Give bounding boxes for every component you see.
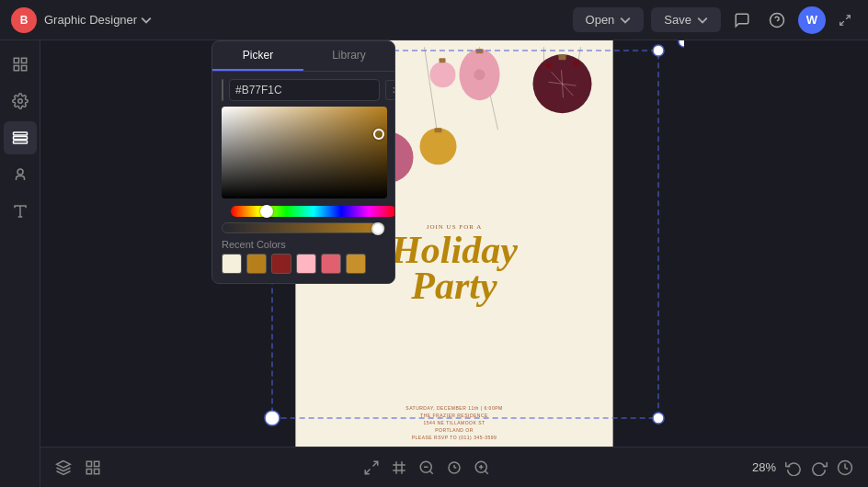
redo-icon[interactable] bbox=[811, 459, 828, 476]
svg-rect-5 bbox=[21, 58, 26, 62]
svg-rect-50 bbox=[476, 49, 484, 53]
sidebar-icon-text[interactable] bbox=[4, 195, 37, 228]
bottom-toolbar: 28% bbox=[40, 447, 868, 487]
recent-color-3[interactable] bbox=[271, 254, 291, 274]
recent-color-6[interactable] bbox=[346, 254, 366, 274]
opacity-thumb[interactable] bbox=[371, 222, 384, 235]
svg-marker-67 bbox=[57, 460, 71, 468]
svg-point-44 bbox=[546, 62, 552, 68]
svg-point-63 bbox=[653, 45, 664, 56]
svg-rect-69 bbox=[95, 461, 99, 466]
canvas-area: JOIN US FOR A Holiday Party SATURDAY, DE… bbox=[40, 40, 868, 447]
sidebar-icon-pages[interactable] bbox=[4, 48, 37, 81]
svg-line-72 bbox=[372, 461, 377, 466]
recent-colors-row bbox=[212, 254, 394, 283]
chevron-down-icon bbox=[620, 15, 631, 26]
svg-rect-43 bbox=[559, 54, 566, 60]
history-icon[interactable] bbox=[837, 459, 853, 476]
reset-zoom-icon[interactable] bbox=[446, 459, 463, 476]
picker-tab[interactable]: Picker bbox=[212, 41, 303, 71]
clear-color-button[interactable]: ✕ bbox=[385, 80, 395, 100]
svg-rect-71 bbox=[86, 469, 91, 473]
hue-slider[interactable] bbox=[231, 206, 395, 217]
grid-bottom-icon[interactable] bbox=[85, 459, 101, 476]
fit-page-icon[interactable] bbox=[363, 459, 380, 476]
recent-color-5[interactable] bbox=[321, 254, 341, 274]
svg-rect-58 bbox=[435, 128, 442, 132]
svg-line-2 bbox=[846, 15, 850, 18]
avatar[interactable]: W bbox=[798, 6, 826, 34]
library-tab[interactable]: Library bbox=[303, 41, 394, 71]
svg-rect-4 bbox=[14, 58, 18, 62]
svg-rect-70 bbox=[95, 469, 99, 473]
card-footer: SATURDAY, DECEMBER 11th | 6:00PM THE FRA… bbox=[296, 404, 613, 441]
svg-point-45 bbox=[574, 61, 579, 66]
hue-thumb[interactable] bbox=[260, 205, 273, 218]
hex-input[interactable] bbox=[229, 79, 380, 101]
zoom-out-icon[interactable] bbox=[418, 459, 435, 476]
color-gradient[interactable] bbox=[222, 107, 387, 198]
svg-line-73 bbox=[365, 469, 370, 473]
svg-line-81 bbox=[485, 470, 487, 473]
sidebar-icon-elements[interactable] bbox=[4, 158, 37, 191]
svg-rect-9 bbox=[13, 132, 27, 135]
hex-color-swatch bbox=[222, 79, 223, 101]
recent-color-2[interactable] bbox=[246, 254, 267, 274]
svg-point-51 bbox=[474, 69, 485, 80]
svg-point-12 bbox=[17, 169, 23, 175]
opacity-slider[interactable] bbox=[222, 222, 385, 233]
app-name-button[interactable]: Graphic Designer bbox=[44, 13, 152, 27]
gradient-cursor[interactable] bbox=[373, 129, 384, 140]
svg-point-8 bbox=[17, 99, 22, 104]
app-logo[interactable]: B bbox=[11, 7, 37, 33]
svg-line-75 bbox=[429, 470, 432, 473]
svg-rect-68 bbox=[86, 461, 91, 466]
undo-icon[interactable] bbox=[785, 459, 802, 476]
svg-line-38 bbox=[425, 47, 439, 139]
svg-rect-61 bbox=[440, 58, 446, 62]
svg-rect-6 bbox=[14, 66, 18, 71]
svg-point-57 bbox=[420, 128, 457, 164]
date-line: SATURDAY, DECEMBER 11th | 6:00PM bbox=[296, 404, 613, 412]
address-line1: THE FRAZIER RESIDENCE bbox=[296, 412, 613, 419]
expand-icon[interactable] bbox=[833, 8, 857, 32]
svg-rect-7 bbox=[21, 66, 26, 71]
sidebar-icon-layers[interactable] bbox=[4, 121, 37, 154]
recent-colors-label: Recent Colors bbox=[212, 237, 394, 254]
recent-color-1[interactable] bbox=[222, 254, 242, 274]
svg-line-3 bbox=[840, 21, 844, 25]
chevron-down-icon bbox=[141, 15, 152, 26]
topbar: B Graphic Designer Open Save W bbox=[0, 0, 868, 40]
save-button[interactable]: Save bbox=[651, 7, 721, 32]
rsvp-line: PLEASE RSVP TO (011) 345-3599 bbox=[296, 434, 613, 441]
chevron-down-icon bbox=[697, 15, 708, 26]
svg-point-60 bbox=[430, 62, 456, 87]
address-line3: PORTLAND OR bbox=[296, 426, 613, 434]
open-button[interactable]: Open bbox=[573, 7, 645, 32]
crop-icon[interactable] bbox=[391, 459, 407, 476]
sidebar-icon-settings[interactable] bbox=[4, 85, 37, 118]
svg-point-65 bbox=[265, 411, 280, 425]
recent-color-4[interactable] bbox=[296, 254, 316, 274]
help-icon[interactable] bbox=[763, 6, 791, 34]
zoom-in-icon[interactable] bbox=[474, 459, 490, 476]
color-picker-popup: Picker Library ✕ + 100 Recent Colors bbox=[211, 40, 395, 284]
svg-point-66 bbox=[679, 40, 684, 47]
svg-rect-11 bbox=[13, 141, 27, 143]
left-sidebar bbox=[0, 40, 40, 487]
address-line2: 1544 NE TILLAMOOK ST bbox=[296, 419, 613, 426]
svg-point-64 bbox=[653, 413, 664, 424]
svg-rect-10 bbox=[13, 137, 27, 140]
layers-bottom-icon[interactable] bbox=[55, 459, 72, 476]
comments-icon[interactable] bbox=[728, 6, 756, 34]
zoom-level: 28% bbox=[752, 460, 776, 474]
